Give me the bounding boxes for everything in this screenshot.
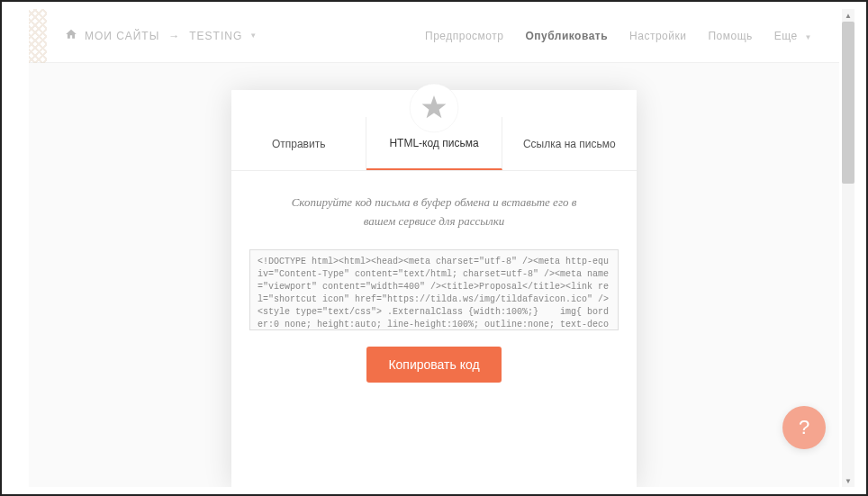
export-modal: Отправить HTML-код письма Ссылка на пись… (231, 90, 637, 487)
site-dropdown[interactable]: TESTING ▼ (189, 30, 258, 42)
instruction-text: Скопируйте код письма в буфер обмена и в… (231, 171, 637, 249)
scrollbar-thumb[interactable] (842, 22, 854, 184)
page-scrollbar[interactable]: ▲ ▼ (842, 9, 854, 487)
chevron-down-icon: ▼ (249, 32, 258, 40)
scroll-down-icon[interactable]: ▼ (842, 474, 854, 487)
modal-overlay: Отправить HTML-код письма Ссылка на пись… (29, 63, 839, 487)
nav-preview[interactable]: Предпросмотр (425, 30, 503, 42)
nav-help[interactable]: Помощь (708, 30, 752, 42)
scroll-up-icon[interactable]: ▲ (842, 9, 854, 22)
help-fab-button[interactable]: ? (782, 406, 826, 449)
tab-send[interactable]: Отправить (231, 117, 366, 170)
breadcrumb-separator: → (168, 30, 180, 42)
question-icon: ? (799, 416, 809, 439)
breadcrumb: МОИ САЙТЫ → TESTING ▼ (85, 30, 258, 42)
chevron-down-icon: ▼ (805, 33, 812, 41)
breadcrumb-home[interactable]: МОИ САЙТЫ (85, 30, 159, 42)
home-icon[interactable] (65, 28, 77, 43)
code-textarea[interactable]: <!DOCTYPE html><html><head><meta charset… (249, 249, 619, 330)
top-navigation: МОИ САЙТЫ → TESTING ▼ Предпросмотр Опубл… (29, 9, 839, 63)
nav-publish[interactable]: Опубликовать (525, 30, 608, 42)
copy-code-button[interactable]: Копировать код (366, 347, 501, 383)
nav-more[interactable]: Еще ▼ (774, 30, 812, 42)
tab-link[interactable]: Ссылка на письмо (502, 117, 637, 170)
star-badge-icon (409, 83, 459, 133)
nav-settings[interactable]: Настройки (629, 30, 686, 42)
site-name: TESTING (189, 30, 242, 42)
